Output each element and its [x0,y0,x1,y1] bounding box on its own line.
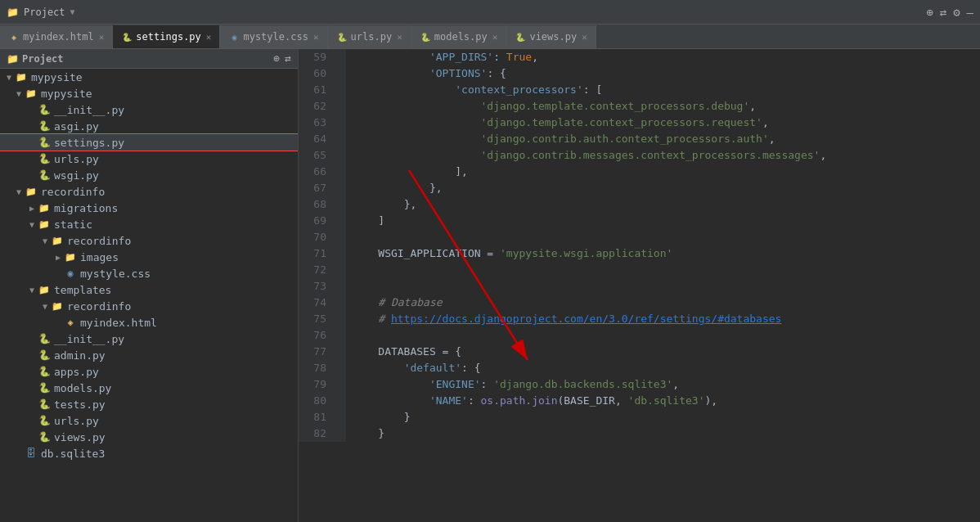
sidebar-header-controls: ⊕ ⇄ [273,52,291,65]
tab-label-settings: settings.py [136,31,200,43]
folder-icon-1: 📁 [25,87,38,100]
code-line-81: } [353,409,980,425]
tree-label-3: asgi.py [54,120,99,133]
py-icon-2: 🐍 [38,103,51,116]
tree-item-3[interactable]: 🐍asgi.py [0,118,298,134]
tree-item-18[interactable]: 🐍apps.py [0,363,298,380]
settings-icon[interactable]: ⚙ [953,6,960,19]
line-number-65: 65 [299,147,333,164]
fold-btn-71 [333,245,346,262]
code-line-79: 'ENGINE': 'django.db.backends.sqlite3', [353,376,980,393]
tab-close-settings[interactable]: ✕ [206,32,212,43]
folder-icon-13: 📁 [38,283,51,296]
tab-urls[interactable]: 🐍 urls.py ✕ [328,25,411,48]
sidebar-icon1[interactable]: ⊕ [273,52,280,65]
minimize-icon[interactable]: — [967,6,973,19]
tree-item-4[interactable]: 🐍settings.py [0,134,298,151]
line-number-73: 73 [299,278,333,295]
tab-models[interactable]: 🐍 models.py ✕ [411,25,507,48]
tree-item-0[interactable]: ▼📁mypysite [0,69,298,85]
tree-item-16[interactable]: 🐍__init__.py [0,331,298,347]
tree-item-2[interactable]: 🐍__init__.py [0,101,298,118]
tree-label-17: admin.py [54,349,106,362]
tree-label-13: templates [54,284,111,296]
tree-item-13[interactable]: ▼📁templates [0,281,298,298]
line-number-72: 72 [299,262,333,278]
tree-item-10[interactable]: ▼📁recordinfo [0,232,298,249]
fold-btn-69 [333,213,346,229]
tab-close-mystyle[interactable]: ✕ [313,32,319,43]
tree-item-11[interactable]: ▶📁images [0,249,298,265]
py-icon-5: 🐍 [38,152,51,165]
split-icon[interactable]: ⇄ [940,6,946,19]
line-number-60: 60 [299,65,333,82]
code-link[interactable]: https://docs.djangoproject.com/en/3.0/re… [391,313,781,325]
code-line-74: # Database [353,295,980,311]
line-number-78: 78 [299,360,333,376]
line-number-66: 66 [299,164,333,180]
tab-close-models[interactable]: ✕ [492,32,498,43]
tab-close-views[interactable]: ✕ [582,32,587,43]
tree-item-23[interactable]: 🗄db.sqlite3 [0,445,298,461]
tree-item-14[interactable]: ▼📁recordinfo [0,298,298,314]
tree-item-7[interactable]: ▼📁recordinfo [0,183,298,200]
project-title: Project [22,53,64,65]
tab-label-mystyle: mystyle.css [243,31,308,43]
tree-item-6[interactable]: 🐍wsgi.py [0,167,298,183]
code-line-69: ] [353,213,980,229]
tab-myindex[interactable]: ◈ myindex.html ✕ [0,25,113,48]
editor[interactable]: 5960616263646566676869707172737475767778… [299,49,980,442]
tree-item-12[interactable]: ◉mystyle.css [0,265,298,281]
tree-item-17[interactable]: 🐍admin.py [0,347,298,363]
py-icon-20: 🐍 [38,398,51,411]
title-bar: 📁 Project ▼ ⊕ ⇄ ⚙ — [0,0,980,25]
tree-label-19: models.py [54,382,111,394]
tree-item-20[interactable]: 🐍tests.py [0,396,298,412]
fold-btn-78 [333,360,346,376]
code-line-77: DATABASES = { [353,344,980,360]
fold-btn-66 [333,164,346,180]
line-number-82: 82 [299,425,333,442]
code-line-59: 'APP_DIRS': True, [353,49,980,65]
nav-icon[interactable]: ⊕ [926,6,933,19]
fold-btn-80 [333,393,346,409]
tab-settings[interactable]: 🐍 settings.py ✕ [113,25,220,48]
py-icon-4: 🐍 [38,136,51,149]
code-line-80: 'NAME': os.path.join(BASE_DIR, 'db.sqlit… [353,393,980,409]
line-number-67: 67 [299,180,333,196]
tab-mystyle[interactable]: ◉ mystyle.css ✕ [220,25,327,48]
line-numbers: 5960616263646566676869707172737475767778… [299,49,333,442]
file-tree: ▼📁mypysite▼📁mypysite🐍__init__.py🐍asgi.py… [0,69,298,461]
tab-views[interactable]: 🐍 views.py ✕ [506,25,596,48]
tab-close-myindex[interactable]: ✕ [99,32,105,43]
tab-close-urls[interactable]: ✕ [397,32,402,43]
tree-arrow-13: ▼ [26,286,38,295]
tab-icon-myindex: ◈ [8,31,20,43]
fold-btn-75 [333,311,346,327]
tree-item-1[interactable]: ▼📁mypysite [0,85,298,101]
line-number-63: 63 [299,115,333,131]
line-number-76: 76 [299,327,333,344]
py-icon-17: 🐍 [38,349,51,362]
tree-label-10: recordinfo [67,235,131,247]
tab-label-myindex: myindex.html [23,31,94,43]
tree-item-15[interactable]: ◈myindex.html [0,314,298,331]
line-number-77: 77 [299,344,333,360]
tree-label-6: wsgi.py [54,169,99,182]
line-number-74: 74 [299,295,333,311]
code-line-82: } [353,425,980,442]
code-line-60: 'OPTIONS': { [353,65,980,82]
tree-item-5[interactable]: 🐍urls.py [0,151,298,167]
tree-label-12: mystyle.css [80,268,151,280]
sidebar-icon2[interactable]: ⇄ [285,52,291,65]
fold-btn-79 [333,376,346,393]
tree-label-16: __init__.py [54,333,124,345]
tree-label-14: recordinfo [67,300,131,313]
tree-item-8[interactable]: ▶📁migrations [0,200,298,216]
tree-item-22[interactable]: 🐍views.py [0,429,298,445]
tree-item-21[interactable]: 🐍urls.py [0,412,298,429]
tree-item-19[interactable]: 🐍models.py [0,380,298,396]
tree-label-5: urls.py [54,153,99,165]
tree-item-9[interactable]: ▼📁static [0,216,298,232]
line-number-61: 61 [299,82,333,98]
